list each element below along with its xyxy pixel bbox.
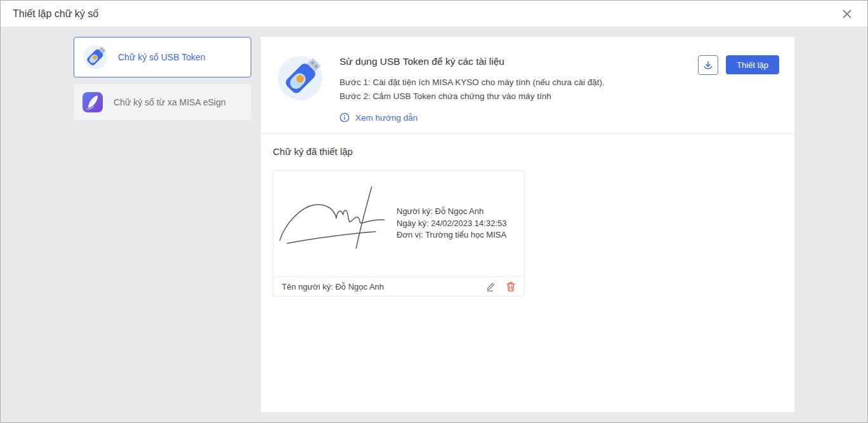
sidebar-item-label: Chữ ký số USB Token (118, 52, 206, 62)
trash-icon[interactable] (506, 281, 516, 292)
signature-card-footer: Tên người ký: Đỗ Ngọc Anh (273, 276, 524, 296)
usb-token-large-icon (277, 53, 324, 104)
signature-date: Ngày ký: 24/02/2023 14:32:53 (397, 218, 506, 230)
usb-section-text: Sử dụng USB Token để ký các tài liệu Bướ… (339, 56, 605, 123)
sidebar-item-usb-token[interactable]: Chữ ký số USB Token (74, 37, 251, 77)
sidebar-item-esign[interactable]: Chữ ký số từ xa MISA eSign (74, 84, 251, 120)
dialog-title: Thiết lập chữ ký số (13, 8, 98, 20)
feather-icon (82, 91, 103, 113)
signature-signer: Người ký: Đỗ Ngọc Anh (397, 206, 506, 218)
dialog-titlebar: Thiết lập chữ ký số (1, 1, 867, 27)
guide-link[interactable]: Xem hướng dẫn (339, 112, 418, 123)
dialog-body: Chữ ký số USB Token Chữ (1, 28, 867, 422)
main-panel: Sử dụng USB Token để ký các tài liệu Bướ… (261, 37, 794, 412)
usb-section-title: Sử dụng USB Token để ký các tài liệu (339, 56, 605, 67)
usb-step-2: Bước 2: Cắm USB Token chứa chứng thư vào… (339, 90, 605, 104)
signature-card-actions (485, 281, 516, 292)
signature-card: Người ký: Đỗ Ngọc Anh Ngày ký: 24/02/202… (273, 170, 525, 297)
guide-link-label: Xem hướng dẫn (355, 113, 418, 123)
edit-pencil-icon[interactable] (485, 281, 496, 292)
signature-info: Người ký: Đỗ Ngọc Anh Ngày ký: 24/02/202… (397, 206, 506, 241)
signature-card-body: Người ký: Đỗ Ngọc Anh Ngày ký: 24/02/202… (273, 171, 524, 276)
download-button[interactable] (698, 55, 718, 75)
digital-signature-setup-dialog: Thiết lập chữ ký số (0, 0, 868, 423)
usb-section-actions: Thiết lập (698, 55, 779, 75)
usb-step-1: Bước 1: Cài đặt tiện ích MISA KYSO cho m… (339, 76, 605, 90)
info-circle-icon (339, 112, 350, 123)
signature-unit: Đơn vị: Trường tiểu học MISA (397, 229, 506, 241)
download-icon (702, 60, 714, 71)
setup-button[interactable]: Thiết lập (726, 55, 779, 74)
panel-divider (261, 133, 794, 134)
signature-footer-name: Tên người ký: Đỗ Ngọc Anh (282, 282, 384, 292)
sidebar-item-label: Chữ ký số từ xa MISA eSign (114, 97, 226, 107)
close-icon[interactable] (839, 6, 855, 22)
configured-signatures-title: Chữ ký đã thiết lập (273, 146, 353, 157)
signature-image (277, 182, 395, 265)
usb-token-icon (82, 44, 108, 70)
